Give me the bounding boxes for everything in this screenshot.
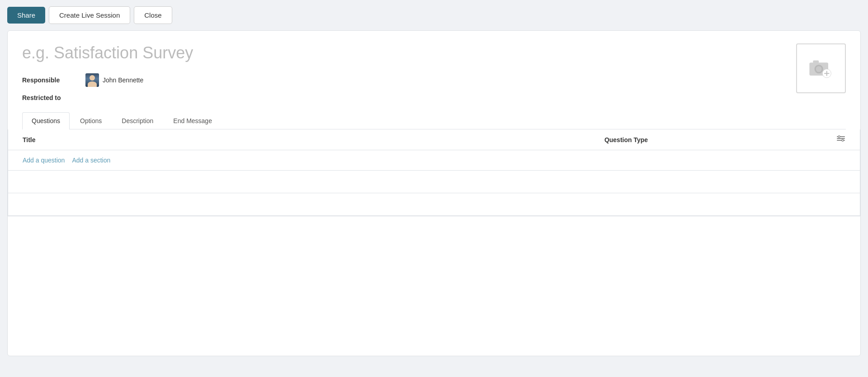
tab-end-message[interactable]: End Message [164,112,222,129]
tabs-container: Questions Options Description End Messag… [22,112,846,129]
add-section-link[interactable]: Add a section [72,157,110,164]
restricted-to-row: Restricted to [22,94,846,101]
svg-rect-3 [813,60,819,63]
add-question-link[interactable]: Add a question [23,157,65,164]
empty-row-1 [8,171,860,193]
column-settings-icon[interactable] [836,134,845,145]
add-links: Add a question Add a section [23,157,845,164]
create-live-session-button[interactable]: Create Live Session [49,6,130,24]
svg-point-10 [838,136,840,138]
svg-point-2 [816,66,822,72]
empty-row-2 [8,193,860,216]
form-area: Responsible John Bennette Restricted to … [8,31,860,129]
add-links-row: Add a question Add a section [8,150,860,171]
questions-section: Title Question Type Add a question A [8,129,860,216]
tab-options[interactable]: Options [71,112,111,129]
main-content-card: Responsible John Bennette Restricted to … [7,30,861,356]
col-title-header: Title [23,136,425,143]
responsible-row: Responsible John Bennette [22,73,846,87]
tab-questions[interactable]: Questions [22,112,70,129]
col-settings-header [827,134,845,145]
responsible-label: Responsible [22,76,85,84]
questions-table-header: Title Question Type [8,129,860,150]
toolbar: Share Create Live Session Close [0,0,868,30]
camera-placeholder[interactable] [796,43,846,93]
survey-title-input[interactable] [22,43,774,62]
camera-icon [807,54,835,83]
tabs-list: Questions Options Description End Messag… [22,112,846,129]
restricted-to-label: Restricted to [22,94,85,101]
tab-description[interactable]: Description [112,112,163,129]
col-question-type-header: Question Type [425,136,827,143]
responsible-value: John Bennette [85,73,143,87]
share-button[interactable]: Share [7,7,45,24]
responsible-person-name: John Bennette [103,76,143,84]
svg-point-11 [842,139,844,141]
close-button[interactable]: Close [134,6,172,24]
avatar [85,73,99,87]
